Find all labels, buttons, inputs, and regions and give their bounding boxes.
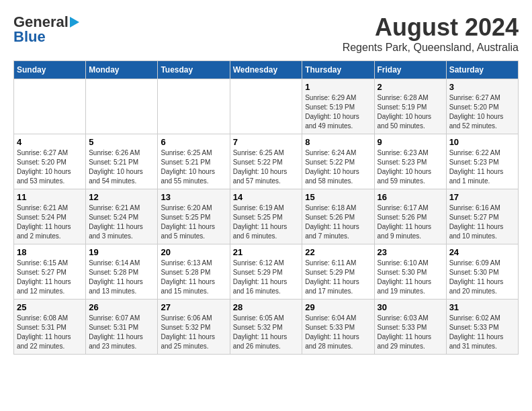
- calendar-cell: 4Sunrise: 6:27 AMSunset: 5:20 PMDaylight…: [14, 134, 86, 189]
- day-info: Sunrise: 6:21 AMSunset: 5:24 PMDaylight:…: [89, 203, 154, 241]
- day-number: 17: [449, 192, 515, 202]
- calendar-cell: 3Sunrise: 6:27 AMSunset: 5:20 PMDaylight…: [446, 79, 518, 134]
- day-info: Sunrise: 6:04 AMSunset: 5:33 PMDaylight:…: [305, 314, 371, 351]
- week-row-3: 11Sunrise: 6:21 AMSunset: 5:24 PMDayligh…: [14, 189, 519, 244]
- calendar-cell: 27Sunrise: 6:06 AMSunset: 5:32 PMDayligh…: [158, 300, 230, 355]
- day-info: Sunrise: 6:28 AMSunset: 5:19 PMDaylight:…: [378, 93, 443, 131]
- calendar-cell: 15Sunrise: 6:18 AMSunset: 5:26 PMDayligh…: [302, 189, 374, 244]
- calendar-cell: 12Sunrise: 6:21 AMSunset: 5:24 PMDayligh…: [86, 189, 158, 244]
- day-info: Sunrise: 6:25 AMSunset: 5:22 PMDaylight:…: [233, 148, 300, 186]
- calendar-cell: [86, 79, 158, 134]
- day-number: 4: [17, 137, 83, 147]
- calendar-cell: 24Sunrise: 6:09 AMSunset: 5:30 PMDayligh…: [446, 244, 518, 300]
- calendar-cell: 1Sunrise: 6:29 AMSunset: 5:19 PMDaylight…: [302, 79, 374, 134]
- day-number: 31: [449, 302, 515, 312]
- day-info: Sunrise: 6:27 AMSunset: 5:20 PMDaylight:…: [17, 148, 83, 186]
- logo: General Blue: [13, 13, 79, 46]
- calendar-cell: 30Sunrise: 6:03 AMSunset: 5:33 PMDayligh…: [374, 300, 446, 355]
- calendar-cell: 20Sunrise: 6:13 AMSunset: 5:28 PMDayligh…: [158, 244, 230, 300]
- calendar-cell: [158, 79, 230, 134]
- day-number: 24: [449, 247, 515, 257]
- calendar-cell: 5Sunrise: 6:26 AMSunset: 5:21 PMDaylight…: [86, 134, 158, 189]
- day-number: 10: [449, 137, 515, 147]
- col-header-monday: Monday: [86, 61, 158, 79]
- week-row-2: 4Sunrise: 6:27 AMSunset: 5:20 PMDaylight…: [14, 134, 519, 189]
- calendar-cell: 8Sunrise: 6:24 AMSunset: 5:22 PMDaylight…: [302, 134, 374, 189]
- calendar-cell: 19Sunrise: 6:14 AMSunset: 5:28 PMDayligh…: [86, 244, 158, 300]
- calendar-cell: 23Sunrise: 6:10 AMSunset: 5:30 PMDayligh…: [374, 244, 446, 300]
- day-number: 27: [161, 302, 226, 312]
- day-info: Sunrise: 6:26 AMSunset: 5:21 PMDaylight:…: [89, 148, 154, 186]
- logo-blue: Blue: [13, 28, 46, 46]
- day-info: Sunrise: 6:17 AMSunset: 5:26 PMDaylight:…: [378, 203, 443, 241]
- day-info: Sunrise: 6:02 AMSunset: 5:33 PMDaylight:…: [449, 314, 515, 351]
- week-row-4: 18Sunrise: 6:15 AMSunset: 5:27 PMDayligh…: [14, 244, 519, 300]
- day-number: 21: [233, 247, 300, 257]
- calendar-cell: 10Sunrise: 6:22 AMSunset: 5:23 PMDayligh…: [446, 134, 518, 189]
- day-number: 7: [233, 137, 300, 147]
- calendar-cell: 21Sunrise: 6:12 AMSunset: 5:29 PMDayligh…: [230, 244, 302, 300]
- day-number: 1: [305, 82, 371, 92]
- day-info: Sunrise: 6:09 AMSunset: 5:30 PMDaylight:…: [449, 259, 515, 296]
- day-info: Sunrise: 6:29 AMSunset: 5:19 PMDaylight:…: [305, 93, 371, 131]
- day-info: Sunrise: 6:16 AMSunset: 5:27 PMDaylight:…: [449, 203, 515, 241]
- day-info: Sunrise: 6:10 AMSunset: 5:30 PMDaylight:…: [378, 259, 443, 296]
- calendar-cell: 22Sunrise: 6:11 AMSunset: 5:29 PMDayligh…: [302, 244, 374, 300]
- day-info: Sunrise: 6:27 AMSunset: 5:20 PMDaylight:…: [449, 93, 515, 131]
- day-number: 23: [378, 247, 443, 257]
- week-row-5: 25Sunrise: 6:08 AMSunset: 5:31 PMDayligh…: [14, 300, 519, 355]
- day-info: Sunrise: 6:15 AMSunset: 5:27 PMDaylight:…: [17, 259, 83, 296]
- header-row: SundayMondayTuesdayWednesdayThursdayFrid…: [14, 61, 519, 79]
- day-info: Sunrise: 6:05 AMSunset: 5:32 PMDaylight:…: [233, 314, 300, 351]
- day-info: Sunrise: 6:12 AMSunset: 5:29 PMDaylight:…: [233, 259, 300, 296]
- calendar-cell: 2Sunrise: 6:28 AMSunset: 5:19 PMDaylight…: [374, 79, 446, 134]
- col-header-thursday: Thursday: [302, 61, 374, 79]
- col-header-wednesday: Wednesday: [230, 61, 302, 79]
- calendar-cell: 14Sunrise: 6:19 AMSunset: 5:25 PMDayligh…: [230, 189, 302, 244]
- day-number: 14: [233, 192, 300, 202]
- day-number: 30: [378, 302, 443, 312]
- day-number: 3: [449, 82, 515, 92]
- day-number: 2: [378, 82, 443, 92]
- day-number: 5: [89, 137, 154, 147]
- day-info: Sunrise: 6:20 AMSunset: 5:25 PMDaylight:…: [161, 203, 226, 241]
- calendar-cell: 29Sunrise: 6:04 AMSunset: 5:33 PMDayligh…: [302, 300, 374, 355]
- day-number: 6: [161, 137, 226, 147]
- day-info: Sunrise: 6:13 AMSunset: 5:28 PMDaylight:…: [161, 259, 226, 296]
- day-number: 29: [305, 302, 371, 312]
- day-number: 16: [378, 192, 443, 202]
- calendar-table: SundayMondayTuesdayWednesdayThursdayFrid…: [13, 60, 519, 355]
- calendar-cell: 16Sunrise: 6:17 AMSunset: 5:26 PMDayligh…: [374, 189, 446, 244]
- day-info: Sunrise: 6:14 AMSunset: 5:28 PMDaylight:…: [89, 259, 154, 296]
- calendar-cell: 13Sunrise: 6:20 AMSunset: 5:25 PMDayligh…: [158, 189, 230, 244]
- day-info: Sunrise: 6:11 AMSunset: 5:29 PMDaylight:…: [305, 259, 371, 296]
- day-number: 13: [161, 192, 226, 202]
- calendar-cell: 7Sunrise: 6:25 AMSunset: 5:22 PMDaylight…: [230, 134, 302, 189]
- day-number: 8: [305, 137, 371, 147]
- day-info: Sunrise: 6:07 AMSunset: 5:31 PMDaylight:…: [89, 314, 154, 351]
- page-header: General Blue August 2024 Regents Park, Q…: [13, 13, 519, 54]
- col-header-sunday: Sunday: [14, 61, 86, 79]
- calendar-cell: 25Sunrise: 6:08 AMSunset: 5:31 PMDayligh…: [14, 300, 86, 355]
- day-info: Sunrise: 6:19 AMSunset: 5:25 PMDaylight:…: [233, 203, 300, 241]
- day-number: 28: [233, 302, 300, 312]
- day-number: 19: [89, 247, 154, 257]
- day-info: Sunrise: 6:21 AMSunset: 5:24 PMDaylight:…: [17, 203, 83, 241]
- calendar-cell: 18Sunrise: 6:15 AMSunset: 5:27 PMDayligh…: [14, 244, 86, 300]
- day-info: Sunrise: 6:06 AMSunset: 5:32 PMDaylight:…: [161, 314, 226, 351]
- day-info: Sunrise: 6:22 AMSunset: 5:23 PMDaylight:…: [449, 148, 515, 186]
- day-info: Sunrise: 6:24 AMSunset: 5:22 PMDaylight:…: [305, 148, 371, 186]
- calendar-title: August 2024: [343, 13, 519, 42]
- calendar-cell: 11Sunrise: 6:21 AMSunset: 5:24 PMDayligh…: [14, 189, 86, 244]
- col-header-saturday: Saturday: [446, 61, 518, 79]
- calendar-cell: 28Sunrise: 6:05 AMSunset: 5:32 PMDayligh…: [230, 300, 302, 355]
- day-number: 22: [305, 247, 371, 257]
- calendar-cell: [230, 79, 302, 134]
- day-number: 18: [17, 247, 83, 257]
- week-row-1: 1Sunrise: 6:29 AMSunset: 5:19 PMDaylight…: [14, 79, 519, 134]
- day-number: 12: [89, 192, 154, 202]
- day-number: 20: [161, 247, 226, 257]
- calendar-cell: 9Sunrise: 6:23 AMSunset: 5:23 PMDaylight…: [374, 134, 446, 189]
- day-info: Sunrise: 6:08 AMSunset: 5:31 PMDaylight:…: [17, 314, 83, 351]
- calendar-subtitle: Regents Park, Queensland, Australia: [343, 42, 519, 54]
